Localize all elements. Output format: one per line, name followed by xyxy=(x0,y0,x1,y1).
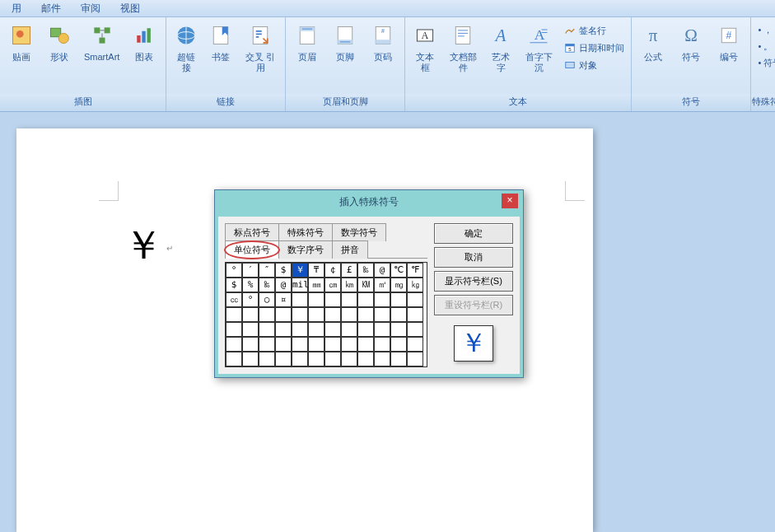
symbol-cell[interactable] xyxy=(374,352,390,366)
symbol-cell[interactable] xyxy=(242,352,259,366)
special-symbol-button[interactable]: • ， xyxy=(754,22,775,38)
ribbon-button-textbox[interactable]: A文本框 xyxy=(409,19,441,77)
symbol-cell[interactable] xyxy=(226,352,242,366)
symbol-cell[interactable] xyxy=(390,322,407,337)
small-button-obj[interactable]: 对象 xyxy=(560,57,628,73)
symbol-cell[interactable] xyxy=(407,352,423,366)
symbol-cell[interactable] xyxy=(357,352,374,366)
symbol-cell[interactable]: ″ xyxy=(259,263,275,278)
symbol-cell[interactable]: ○ xyxy=(259,292,275,307)
symbol-cell[interactable] xyxy=(275,322,292,337)
symbol-cell[interactable] xyxy=(357,307,374,322)
symbol-cell[interactable]: ℃ xyxy=(390,263,407,278)
symbol-cell[interactable] xyxy=(407,307,423,322)
ribbon-button-clipart[interactable]: 贴画 xyxy=(3,19,40,66)
symbol-cell[interactable]: ㎡ xyxy=(374,278,390,292)
symbol-cell[interactable]: ㎞ xyxy=(341,278,357,292)
symbol-cell[interactable]: ° xyxy=(226,263,242,278)
symbol-cell[interactable] xyxy=(275,352,292,366)
symbol-cell[interactable] xyxy=(341,292,357,307)
ribbon-button-chart[interactable]: 图表 xyxy=(126,19,162,66)
symbol-cell[interactable]: ￥ xyxy=(292,263,308,278)
symbol-cell[interactable] xyxy=(308,337,324,352)
dialog-tab[interactable]: 数字序号 xyxy=(278,240,333,259)
menu-item[interactable]: 视图 xyxy=(110,0,150,16)
symbol-cell[interactable] xyxy=(259,322,275,337)
symbol-cell[interactable]: ￠ xyxy=(324,263,341,278)
symbol-cell[interactable] xyxy=(357,337,374,352)
symbol-cell[interactable]: ° xyxy=(242,292,259,307)
symbol-cell[interactable] xyxy=(341,307,357,322)
symbol-cell[interactable] xyxy=(357,292,374,307)
ribbon-button-smartart[interactable]: SmartArt xyxy=(79,19,124,66)
symbol-cell[interactable] xyxy=(324,322,341,337)
symbol-cell[interactable]: ㏎ xyxy=(357,278,374,292)
symbol-cell[interactable]: ₸ xyxy=(308,263,324,278)
symbol-cell[interactable]: $ xyxy=(226,278,242,292)
symbol-cell[interactable]: ‰ xyxy=(357,263,374,278)
symbol-cell[interactable] xyxy=(324,292,341,307)
symbol-cell[interactable]: @ xyxy=(275,278,292,292)
symbol-cell[interactable]: ℉ xyxy=(407,263,423,278)
ribbon-button-parts[interactable]: 文档部件 xyxy=(443,19,483,77)
symbol-cell[interactable] xyxy=(226,337,242,352)
symbol-cell[interactable] xyxy=(226,322,242,337)
menu-item[interactable]: 用 xyxy=(2,0,31,16)
ribbon-button-header[interactable]: 页眉 xyxy=(289,19,325,66)
symbol-cell[interactable] xyxy=(292,337,308,352)
symbol-cell[interactable] xyxy=(292,307,308,322)
symbol-cell[interactable] xyxy=(308,307,324,322)
symbol-cell[interactable]: @ xyxy=(374,263,390,278)
ribbon-button-equation[interactable]: π公式 xyxy=(635,19,671,66)
ribbon-button-footer[interactable]: 页脚 xyxy=(327,19,363,66)
symbol-cell[interactable] xyxy=(374,307,390,322)
symbol-cell[interactable]: $ xyxy=(275,263,292,278)
ribbon-button-pagenum[interactable]: #页码 xyxy=(365,19,401,66)
symbol-cell[interactable] xyxy=(292,352,308,366)
symbol-cell[interactable] xyxy=(259,337,275,352)
symbol-cell[interactable]: ㎎ xyxy=(390,278,407,292)
symbol-cell[interactable] xyxy=(341,352,357,366)
symbol-cell[interactable] xyxy=(374,292,390,307)
symbol-cell[interactable] xyxy=(292,292,308,307)
cancel-button[interactable]: 取消 xyxy=(434,247,513,268)
small-button-sig[interactable]: 签名行 xyxy=(560,22,628,39)
ribbon-button-bookmark[interactable]: 书签 xyxy=(204,19,237,66)
symbol-cell[interactable] xyxy=(324,352,341,366)
symbol-cell[interactable] xyxy=(275,337,292,352)
symbol-cell[interactable] xyxy=(226,307,242,322)
symbol-cell[interactable] xyxy=(374,337,390,352)
symbol-cell[interactable]: £ xyxy=(341,263,357,278)
ribbon-button-dropcap[interactable]: A首字下沉 xyxy=(519,19,558,77)
show-symbol-bar-button[interactable]: 显示符号栏(S) xyxy=(434,271,513,292)
symbol-cell[interactable]: ′ xyxy=(242,263,259,278)
symbol-cell[interactable]: mil xyxy=(292,278,308,292)
symbol-cell[interactable] xyxy=(390,292,407,307)
symbol-cell[interactable] xyxy=(407,322,423,337)
symbol-cell[interactable] xyxy=(341,337,357,352)
dialog-tab[interactable]: 单位符号 xyxy=(225,240,279,259)
symbol-cell[interactable] xyxy=(374,322,390,337)
ribbon-button-wordart[interactable]: A艺术字 xyxy=(484,19,517,77)
symbol-cell[interactable]: % xyxy=(242,278,259,292)
ribbon-button-crossref[interactable]: 交叉 引用 xyxy=(239,19,282,77)
symbol-cell[interactable] xyxy=(407,337,423,352)
symbol-cell[interactable] xyxy=(242,307,259,322)
symbol-cell[interactable] xyxy=(357,322,374,337)
symbol-cell[interactable]: ㎝ xyxy=(324,278,341,292)
symbol-cell[interactable] xyxy=(341,322,357,337)
ok-button[interactable]: 确定 xyxy=(434,223,513,244)
symbol-cell[interactable] xyxy=(242,337,259,352)
symbol-cell[interactable] xyxy=(308,352,324,366)
ribbon-button-hyperlink[interactable]: 超链接 xyxy=(170,19,203,77)
symbol-cell[interactable] xyxy=(390,352,407,366)
dialog-tab[interactable]: 数学符号 xyxy=(332,223,386,241)
symbol-cell[interactable] xyxy=(259,352,275,366)
dialog-tab[interactable]: 特殊符号 xyxy=(278,223,333,241)
symbol-cell[interactable] xyxy=(390,337,407,352)
symbol-cell[interactable] xyxy=(390,307,407,322)
symbol-cell[interactable] xyxy=(242,322,259,337)
ribbon-button-shapes[interactable]: 形状 xyxy=(41,19,77,66)
symbol-cell[interactable] xyxy=(292,322,308,337)
dialog-tab[interactable]: 标点符号 xyxy=(225,223,279,241)
